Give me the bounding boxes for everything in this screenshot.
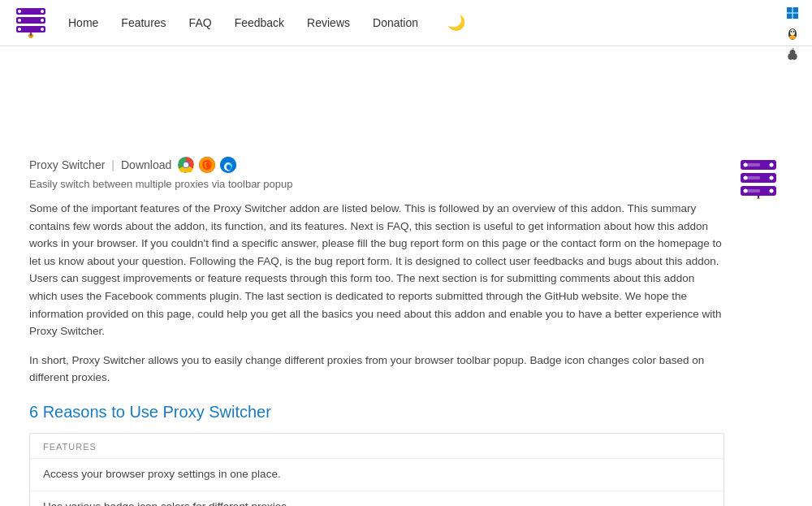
svg-point-7 [18,28,21,31]
nav-faq[interactable]: FAQ [189,16,212,29]
svg-rect-29 [744,163,760,167]
logo-svg [13,6,49,39]
product-title: Proxy Switcher [29,158,105,171]
svg-point-22 [184,162,188,167]
product-download-label: Download [121,158,171,171]
product-icon-right [737,157,783,201]
svg-rect-37 [744,189,760,192]
svg-rect-13 [787,14,793,19]
os-icons [786,6,799,63]
svg-point-4 [18,19,21,22]
svg-point-28 [770,163,774,167]
product-separator: | [111,158,114,171]
main-description: Some of the important features of the Pr… [29,200,724,340]
svg-point-19 [789,36,796,40]
svg-point-36 [770,189,774,193]
main-content: Proxy Switcher | Download [16,46,796,506]
svg-rect-14 [793,14,799,19]
navigation: Home Features FAQ Feedback Reviews Donat… [0,0,812,46]
firefox-icon[interactable] [199,157,215,173]
svg-point-8 [41,28,44,31]
dark-mode-toggle[interactable]: 🌙 [447,14,465,32]
svg-rect-33 [744,176,760,179]
svg-point-32 [770,176,774,180]
svg-point-39 [755,198,762,199]
nav-donation[interactable]: Donation [373,16,418,29]
chrome-icon[interactable] [178,157,194,173]
logo[interactable] [13,6,49,39]
svg-rect-12 [793,7,799,13]
nav-reviews[interactable]: Reviews [307,16,350,29]
svg-point-18 [793,31,795,32]
hero-area [29,63,783,144]
features-box: FEATURES Access your browser proxy setti… [29,433,724,506]
svg-point-17 [791,31,793,32]
edge-icon[interactable] [220,157,236,173]
feature-item-1: Access your browser proxy settings in on… [30,459,723,491]
reasons-heading: 6 Reasons to Use Proxy Switcher [29,403,724,422]
product-subtitle: Easily switch between multiple proxies v… [29,178,724,190]
short-description: In short, Proxy Switcher allows you to e… [29,352,724,387]
browser-icons [178,157,236,173]
linux-icon [786,28,799,43]
nav-features[interactable]: Features [121,16,166,29]
svg-point-5 [41,19,44,22]
svg-point-16 [790,29,795,36]
nav-home[interactable]: Home [68,16,98,29]
feature-item-2: Has various badge icon colors for differ… [30,491,723,506]
proxy-icon-large [737,157,780,199]
svg-point-1 [18,10,21,13]
svg-rect-11 [787,7,793,13]
nav-links: Home Features FAQ Feedback Reviews Donat… [68,14,799,32]
windows-icon [786,6,799,23]
product-header: Proxy Switcher | Download [29,157,724,173]
mac-icon [786,48,799,63]
svg-point-2 [41,10,44,13]
features-label: FEATURES [30,434,723,459]
nav-feedback[interactable]: Feedback [235,16,284,29]
